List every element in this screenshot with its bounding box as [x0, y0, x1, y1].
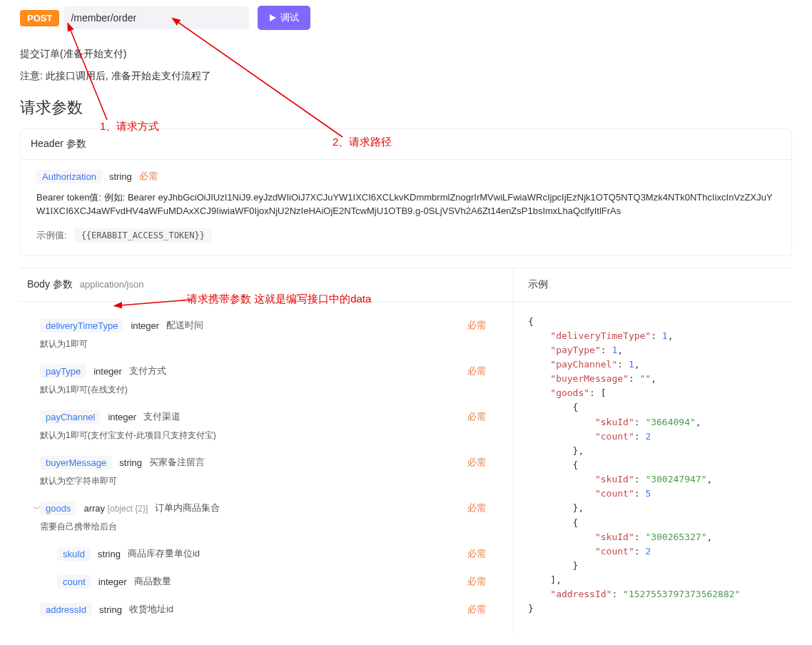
- api-path-display: /member/order: [64, 6, 249, 29]
- body-param-name[interactable]: payChannel: [40, 410, 101, 424]
- body-param-required: 必需: [467, 575, 493, 588]
- body-param-required: 必需: [467, 365, 493, 377]
- body-param-label: 商品库存量单位id: [128, 547, 200, 560]
- body-params-title: Body 参数: [27, 278, 73, 291]
- debug-button[interactable]: 调试: [258, 6, 310, 30]
- body-param-name[interactable]: skuId: [57, 547, 91, 561]
- body-param-row: deliveryTimeTypeinteger配送时间必需默认为1即可: [27, 312, 506, 357]
- body-param-type: integer: [93, 366, 122, 377]
- body-param-name[interactable]: count: [57, 575, 91, 589]
- body-param-label: 订单内商品集合: [155, 502, 220, 514]
- body-param-label: 收货地址id: [129, 603, 173, 616]
- header-panel-title: Header 参数: [21, 129, 791, 160]
- body-param-row: countinteger商品数量必需: [27, 568, 506, 596]
- body-param-type: string: [98, 549, 121, 559]
- body-param-row: payTypeinteger支付方式必需默认为1即可(在线支付): [27, 357, 506, 403]
- body-param-label: 支付渠道: [143, 410, 181, 423]
- body-param-row: skuIdstring商品库存量单位id必需: [27, 540, 506, 568]
- body-param-note: 默认为空字符串即可: [40, 475, 493, 487]
- section-title-request-params: 请求参数: [0, 87, 812, 124]
- header-param-name[interactable]: Authorization: [36, 170, 102, 183]
- body-param-name[interactable]: deliveryTimeType: [40, 319, 123, 332]
- body-param-name[interactable]: payType: [40, 365, 86, 378]
- body-param-required: 必需: [467, 456, 493, 469]
- body-param-row: ﹀goodsarray [object {2}]订单内商品集合必需需要自己携带给…: [27, 494, 506, 540]
- body-param-required: 必需: [467, 319, 493, 332]
- body-param-type: integer: [131, 320, 159, 331]
- body-param-name[interactable]: addressId: [40, 603, 92, 616]
- body-param-note: 需要自己携带给后台: [40, 521, 493, 533]
- body-param-required: 必需: [467, 502, 493, 514]
- header-param-desc: Bearer token值: 例如: Bearer eyJhbGciOiJIUz…: [36, 191, 776, 218]
- api-description-line: 注意: 此接口调用后, 准备开始走支付流程了: [20, 65, 792, 87]
- body-param-note: 默认为1即可(支付宝支付-此项目只支持支付宝): [40, 430, 493, 442]
- header-params-panel: Header 参数 Authorization string 必需 Bearer…: [20, 128, 792, 256]
- header-param-type: string: [109, 171, 132, 182]
- body-param-label: 配送时间: [166, 319, 203, 332]
- debug-button-label: 调试: [280, 11, 299, 24]
- body-param-required: 必需: [467, 603, 493, 616]
- json-example-view[interactable]: { "deliveryTimeType": 1, "payType": 1, "…: [514, 302, 792, 626]
- body-param-type: array [object {2}]: [83, 503, 148, 514]
- chevron-down-icon[interactable]: ﹀: [33, 503, 41, 515]
- header-example-label: 示例值:: [36, 229, 67, 242]
- body-param-type: string: [99, 604, 122, 615]
- api-description-line: 提交订单(准备开始支付): [20, 43, 792, 65]
- header-param-required: 必需: [139, 170, 158, 183]
- body-param-name[interactable]: goods: [40, 502, 76, 515]
- body-param-label: 买家备注留言: [149, 456, 205, 469]
- body-param-type: integer: [108, 412, 136, 422]
- header-example-value: {{ERABBIT_ACCESS_TOKEN}}: [74, 228, 212, 243]
- body-param-required: 必需: [467, 410, 493, 423]
- example-title: 示例: [528, 278, 548, 291]
- body-param-type: integer: [98, 577, 127, 587]
- body-param-name[interactable]: buyerMessage: [40, 456, 112, 469]
- body-param-label: 商品数量: [134, 575, 171, 588]
- body-param-row: buyerMessagestring买家备注留言必需默认为空字符串即可: [27, 449, 506, 494]
- body-param-type: string: [119, 457, 142, 468]
- http-method-badge: POST: [20, 10, 59, 26]
- body-param-required: 必需: [467, 547, 493, 560]
- body-content-type: application/json: [80, 279, 144, 290]
- body-param-note: 默认为1即可(在线支付): [40, 384, 493, 396]
- body-param-label: 支付方式: [129, 365, 166, 377]
- body-param-row: payChannelinteger支付渠道必需默认为1即可(支付宝支付-此项目只…: [27, 403, 506, 449]
- play-icon: [269, 14, 276, 21]
- svg-marker-0: [270, 14, 276, 21]
- body-param-row: addressIdstring收货地址id必需: [27, 596, 506, 624]
- body-param-note: 默认为1即可: [40, 338, 493, 350]
